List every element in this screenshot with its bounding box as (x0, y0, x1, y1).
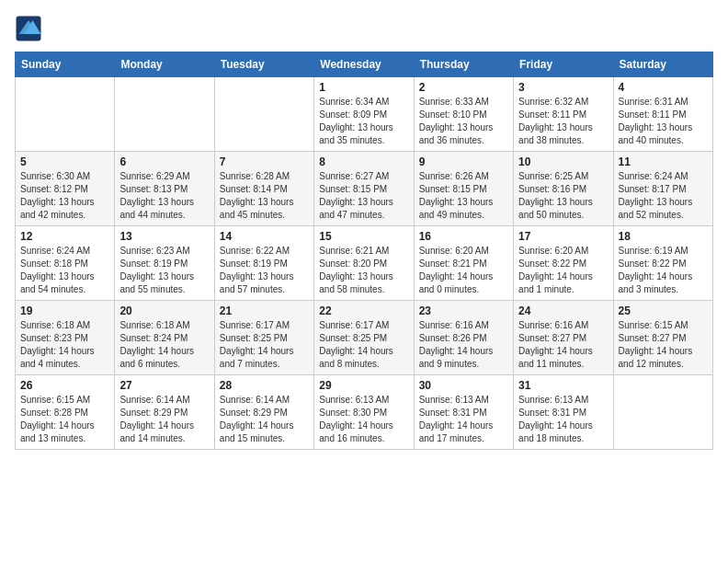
day-detail: Sunrise: 6:31 AMSunset: 8:11 PMDaylight:… (619, 96, 708, 147)
day-number: 31 (518, 379, 608, 392)
day-number: 16 (419, 230, 508, 243)
day-cell: 9Sunrise: 6:26 AMSunset: 8:15 PMDaylight… (414, 152, 513, 226)
week-row-3: 12Sunrise: 6:24 AMSunset: 8:18 PMDayligh… (16, 226, 713, 301)
column-header-saturday: Saturday (613, 52, 712, 77)
day-detail: Sunrise: 6:24 AMSunset: 8:17 PMDaylight:… (619, 170, 708, 222)
day-number: 6 (119, 155, 209, 168)
week-row-1: 1Sunrise: 6:34 AMSunset: 8:09 PMDaylight… (16, 77, 713, 152)
day-detail: Sunrise: 6:23 AMSunset: 8:19 PMDaylight:… (119, 245, 209, 296)
day-detail: Sunrise: 6:13 AMSunset: 8:31 PMDaylight:… (419, 394, 508, 445)
day-cell: 5Sunrise: 6:30 AMSunset: 8:12 PMDaylight… (16, 152, 115, 226)
day-detail: Sunrise: 6:33 AMSunset: 8:10 PMDaylight:… (419, 96, 508, 147)
column-header-thursday: Thursday (414, 52, 513, 77)
day-cell: 11Sunrise: 6:24 AMSunset: 8:17 PMDayligh… (613, 152, 712, 226)
day-cell (613, 375, 712, 450)
day-number: 19 (20, 304, 109, 317)
day-cell (115, 77, 214, 152)
day-cell: 28Sunrise: 6:14 AMSunset: 8:29 PMDayligh… (214, 375, 313, 450)
day-detail: Sunrise: 6:17 AMSunset: 8:25 PMDaylight:… (220, 319, 309, 371)
day-number: 5 (20, 155, 109, 168)
day-cell (214, 77, 313, 152)
day-detail: Sunrise: 6:22 AMSunset: 8:19 PMDaylight:… (220, 245, 309, 296)
day-cell: 31Sunrise: 6:13 AMSunset: 8:31 PMDayligh… (514, 375, 613, 450)
column-header-wednesday: Wednesday (314, 52, 414, 77)
day-cell: 14Sunrise: 6:22 AMSunset: 8:19 PMDayligh… (214, 226, 313, 301)
day-detail: Sunrise: 6:18 AMSunset: 8:23 PMDaylight:… (20, 319, 109, 371)
day-detail: Sunrise: 6:13 AMSunset: 8:30 PMDaylight:… (319, 394, 408, 445)
day-number: 22 (319, 304, 408, 317)
week-row-5: 26Sunrise: 6:15 AMSunset: 8:28 PMDayligh… (16, 375, 713, 450)
day-number: 3 (518, 81, 608, 94)
day-detail: Sunrise: 6:30 AMSunset: 8:12 PMDaylight:… (20, 170, 109, 222)
day-number: 28 (220, 379, 309, 392)
day-detail: Sunrise: 6:24 AMSunset: 8:18 PMDaylight:… (20, 245, 109, 296)
day-number: 2 (419, 81, 508, 94)
day-detail: Sunrise: 6:16 AMSunset: 8:27 PMDaylight:… (518, 319, 608, 371)
day-cell: 30Sunrise: 6:13 AMSunset: 8:31 PMDayligh… (414, 375, 513, 450)
day-number: 1 (319, 81, 408, 94)
day-detail: Sunrise: 6:34 AMSunset: 8:09 PMDaylight:… (319, 96, 408, 147)
week-row-2: 5Sunrise: 6:30 AMSunset: 8:12 PMDaylight… (16, 152, 713, 226)
day-cell: 24Sunrise: 6:16 AMSunset: 8:27 PMDayligh… (514, 301, 613, 375)
day-number: 7 (220, 155, 309, 168)
week-row-4: 19Sunrise: 6:18 AMSunset: 8:23 PMDayligh… (16, 301, 713, 375)
day-cell: 23Sunrise: 6:16 AMSunset: 8:26 PMDayligh… (414, 301, 513, 375)
day-cell: 10Sunrise: 6:25 AMSunset: 8:16 PMDayligh… (514, 152, 613, 226)
day-cell: 26Sunrise: 6:15 AMSunset: 8:28 PMDayligh… (16, 375, 115, 450)
day-number: 29 (319, 379, 408, 392)
day-detail: Sunrise: 6:32 AMSunset: 8:11 PMDaylight:… (518, 96, 608, 147)
day-detail: Sunrise: 6:18 AMSunset: 8:24 PMDaylight:… (119, 319, 209, 371)
day-number: 25 (619, 304, 708, 317)
logo-icon (15, 15, 42, 42)
day-detail: Sunrise: 6:26 AMSunset: 8:15 PMDaylight:… (419, 170, 508, 222)
day-number: 18 (619, 230, 708, 243)
column-header-friday: Friday (514, 52, 613, 77)
day-detail: Sunrise: 6:25 AMSunset: 8:16 PMDaylight:… (518, 170, 608, 222)
day-detail: Sunrise: 6:13 AMSunset: 8:31 PMDaylight:… (518, 394, 608, 445)
day-number: 26 (20, 379, 109, 392)
column-header-monday: Monday (115, 52, 214, 77)
day-cell: 8Sunrise: 6:27 AMSunset: 8:15 PMDaylight… (314, 152, 414, 226)
day-detail: Sunrise: 6:15 AMSunset: 8:28 PMDaylight:… (20, 394, 109, 445)
day-number: 24 (518, 304, 608, 317)
day-cell: 12Sunrise: 6:24 AMSunset: 8:18 PMDayligh… (16, 226, 115, 301)
day-detail: Sunrise: 6:27 AMSunset: 8:15 PMDaylight:… (319, 170, 408, 222)
day-cell (16, 77, 115, 152)
day-cell: 18Sunrise: 6:19 AMSunset: 8:22 PMDayligh… (613, 226, 712, 301)
day-cell: 19Sunrise: 6:18 AMSunset: 8:23 PMDayligh… (16, 301, 115, 375)
day-detail: Sunrise: 6:21 AMSunset: 8:20 PMDaylight:… (319, 245, 408, 296)
day-cell: 22Sunrise: 6:17 AMSunset: 8:25 PMDayligh… (314, 301, 414, 375)
day-detail: Sunrise: 6:20 AMSunset: 8:22 PMDaylight:… (518, 245, 608, 296)
day-number: 14 (220, 230, 309, 243)
day-number: 20 (119, 304, 209, 317)
day-number: 27 (119, 379, 209, 392)
day-number: 9 (419, 155, 508, 168)
day-number: 17 (518, 230, 608, 243)
calendar-table: SundayMondayTuesdayWednesdayThursdayFrid… (15, 52, 713, 450)
day-number: 12 (20, 230, 109, 243)
day-cell: 21Sunrise: 6:17 AMSunset: 8:25 PMDayligh… (214, 301, 313, 375)
day-cell: 7Sunrise: 6:28 AMSunset: 8:14 PMDaylight… (214, 152, 313, 226)
day-cell: 2Sunrise: 6:33 AMSunset: 8:10 PMDaylight… (414, 77, 513, 152)
day-number: 30 (419, 379, 508, 392)
day-number: 15 (319, 230, 408, 243)
day-cell: 1Sunrise: 6:34 AMSunset: 8:09 PMDaylight… (314, 77, 414, 152)
day-cell: 13Sunrise: 6:23 AMSunset: 8:19 PMDayligh… (115, 226, 214, 301)
day-detail: Sunrise: 6:20 AMSunset: 8:21 PMDaylight:… (419, 245, 508, 296)
day-number: 8 (319, 155, 408, 168)
day-detail: Sunrise: 6:16 AMSunset: 8:26 PMDaylight:… (419, 319, 508, 371)
header-row: SundayMondayTuesdayWednesdayThursdayFrid… (16, 52, 713, 77)
day-number: 21 (220, 304, 309, 317)
day-detail: Sunrise: 6:15 AMSunset: 8:27 PMDaylight:… (619, 319, 708, 371)
day-cell: 6Sunrise: 6:29 AMSunset: 8:13 PMDaylight… (115, 152, 214, 226)
day-number: 10 (518, 155, 608, 168)
day-number: 23 (419, 304, 508, 317)
day-number: 11 (619, 155, 708, 168)
day-cell: 3Sunrise: 6:32 AMSunset: 8:11 PMDaylight… (514, 77, 613, 152)
logo (15, 15, 46, 42)
day-detail: Sunrise: 6:14 AMSunset: 8:29 PMDaylight:… (119, 394, 209, 445)
day-cell: 27Sunrise: 6:14 AMSunset: 8:29 PMDayligh… (115, 375, 214, 450)
day-cell: 29Sunrise: 6:13 AMSunset: 8:30 PMDayligh… (314, 375, 414, 450)
day-number: 13 (119, 230, 209, 243)
day-cell: 25Sunrise: 6:15 AMSunset: 8:27 PMDayligh… (613, 301, 712, 375)
